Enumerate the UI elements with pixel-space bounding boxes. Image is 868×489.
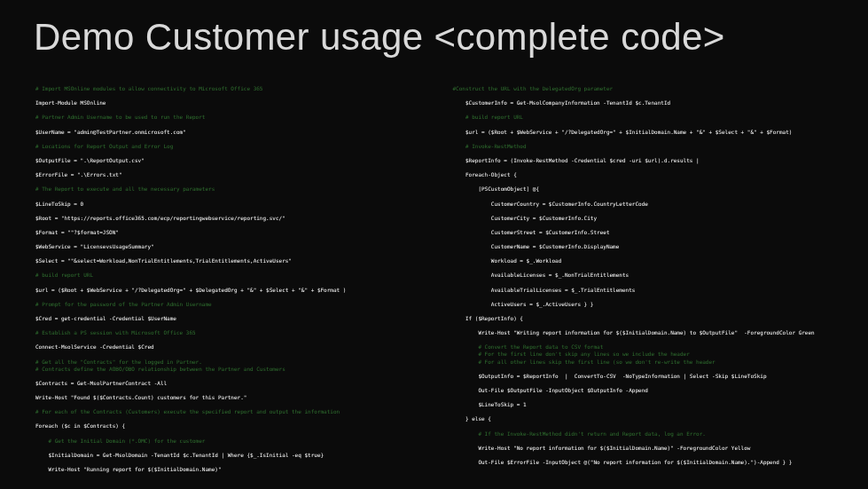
code-line: # Partner Admin Username to be used to r… [35,114,205,120]
code-line: # For all other lines skip the first lin… [453,359,716,365]
code-line: $Select = ""&select=Workload,NonTrialEnt… [35,257,292,264]
code-line: $OutputFile = ".\ReportOutput.csv" [35,157,145,163]
code-line: Connect-MsolService -Credential $Cred [35,343,154,350]
code-line: # Prompt for the password of the Partner… [35,301,212,307]
slide: Demo Customer usage <complete code> # Im… [0,0,868,489]
code-col-left: # Import MSOnline modules to allow conne… [35,85,434,471]
code-line: # Get the Initial Domain (*.OMC) for the… [35,438,205,444]
code-line: $LineToSkip = 1 [453,401,527,407]
code-line: $CustomerInfo = Get-MsolCompanyInformati… [453,99,671,106]
code-line: [PSCustomObject] @{ [453,185,540,192]
code-line: # For the first line don't skip any line… [453,351,690,357]
code-line: Import-Module MSOnline [35,99,106,106]
code-line: $OutputInfo = $ReportInfo | ConvertTo-CS… [453,373,767,379]
code-line: CustomerName = $CustomerInfo.DisplayName [453,243,620,249]
code-line: ActiveUsers = $_.ActiveUsers } } [453,301,594,307]
code-line: $url = ($Root + $WebService + "/?Delegat… [453,129,793,135]
code-line: # Convert the Report data to CSV format [453,343,604,350]
code-line: # The Report to execute and all the nece… [35,185,215,192]
code-line: CustomerCountry = $CustomerInfo.CountryL… [453,201,648,207]
code-line: Out-File $OutputFile -InputObject $Outpu… [453,387,648,393]
code-line: Write-Host "Found $($Contracts.Count) cu… [35,394,246,400]
code-line: AvailableTrialLicenses = $_.TrialEntitle… [453,287,636,293]
code-line: # Contracts define the AOBO/OBO relation… [35,366,285,372]
code-line: $LineToSkip = 0 [35,201,83,207]
code-line: $ReportInfo = (Invoke-RestMethod -Creden… [453,157,700,163]
code-line: If ($ReportInfo) { [453,315,523,321]
code-line: Out-File $ErrorFile -InputObject @("No r… [453,459,793,465]
code-line: Write-Host "No report information for $(… [453,445,751,451]
code-line: Foreach ($c in $Contracts) { [35,422,125,429]
code-line: # build report URL [35,272,93,278]
code-line: # Establish a PS session with Microsoft … [35,329,196,335]
code-line: AvailableLicenses = $_.NonTrialEntitleme… [453,272,629,278]
code-line: $InitialDomain = Get-MsolDomain -TenantI… [35,452,324,458]
code-line: $Contracts = Get-MsolPartnerContract -Al… [35,380,167,386]
code-line: Workload = $_.Workload [453,257,562,264]
code-line: # Get all the "Contracts" for the logged… [35,359,202,365]
code-line: # build report URL [453,114,523,120]
code-line: $UserName = "admin@TestPartner.onmicroso… [35,129,186,135]
code-line: Write-Host "Writing report information f… [453,329,815,335]
code-line: $url = ($Root + $WebService + "/?Delegat… [35,287,346,293]
code-line: $ErrorFile = ".\Errors.txt" [35,171,122,177]
code-line: # For each of the Contracts (Customers) … [35,408,340,414]
code-col-right: #Construct the URL with the DelegatedOrg… [453,85,851,471]
code-line: $WebService = "LicensevsUsageSummary" [35,243,154,249]
code-line: CustomerStreet = $CustomerInfo.Street [453,229,610,235]
code-line: $Format = ""?$format=JSON" [35,229,119,235]
code-line: Write-Host "Running report for $($Initia… [35,466,222,472]
code-block: # Import MSOnline modules to allow conne… [35,85,850,471]
code-line: Foreach-Object { [453,171,517,177]
code-line: # Locations for Report Output and Error … [35,143,173,149]
code-line: # Import MSOnline modules to allow conne… [35,85,262,91]
code-line: CustomerCity = $CustomerInfo.City [453,215,598,221]
code-line: # Invoke-RestMethod [453,143,527,149]
code-line: } else { [453,415,491,422]
code-line: # If the Invoke-RestMethod didn't return… [453,430,706,437]
code-line: #Construct the URL with the DelegatedOrg… [453,85,614,91]
code-line: $Cred = get-credential -Credential $User… [35,315,176,321]
slide-title: Demo Customer usage <complete code> [34,16,725,59]
code-line: $Root = "https://reports.office365.com/e… [35,215,285,221]
